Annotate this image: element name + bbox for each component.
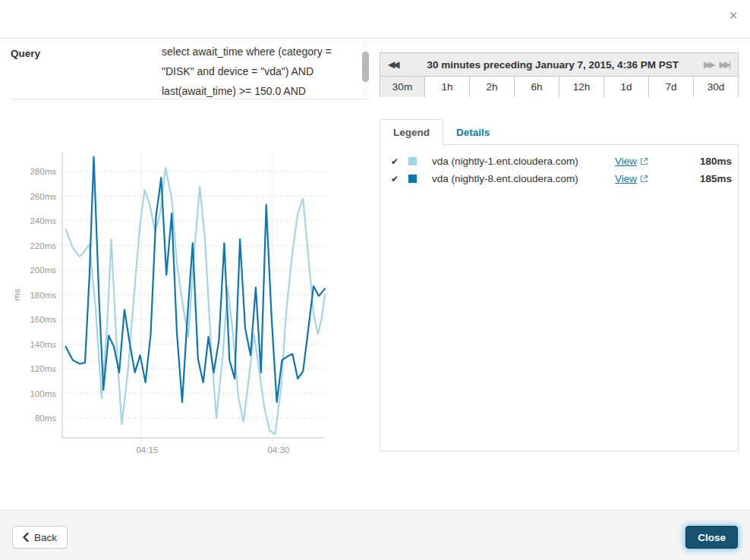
time-range-button-2h[interactable]: 2h [469,77,514,97]
axis-tick-label: ms [12,289,21,301]
back-button[interactable]: Back [12,526,68,549]
legend-details-tabs: Legend Details ✔vda (nightly-1.ent.cloud… [380,117,739,451]
axis-tick-label: 240ms [30,216,56,225]
time-range-button-1h[interactable]: 1h [424,77,469,97]
axis-tick-label: 100ms [30,389,56,398]
external-link-icon [640,175,648,183]
series-color-swatch [408,157,417,165]
series-current-value: 180ms [685,156,732,167]
chart-svg: 80ms100ms120ms140ms160ms180ms200ms220ms2… [8,143,357,465]
axis-tick-label: 180ms [30,291,56,300]
time-range-button-30d[interactable]: 30d [693,77,738,97]
legend-row: ✔vda (nightly-1.ent.cloudera.com)View180… [391,153,732,170]
skip-to-end-icon[interactable]: ▶▶| [717,59,738,70]
legend-rows: ✔vda (nightly-1.ent.cloudera.com)View180… [380,145,738,187]
series-label: vda (nightly-1.ent.cloudera.com) [432,156,615,167]
legend-row: ✔vda (nightly-8.ent.cloudera.com)View185… [391,170,732,187]
time-range-selector: ◀◀ 30 minutes preceding January 7, 2015,… [380,52,739,97]
axis-tick-label: 200ms [30,266,56,275]
time-range-buttons: 30m1h2h6h12h1d7d30d [380,77,738,97]
check-icon[interactable]: ✔ [391,174,408,184]
time-range-button-1d[interactable]: 1d [603,77,648,97]
external-link-icon [640,157,648,165]
view-link[interactable]: View [615,173,637,184]
axis-tick-label: 260ms [30,192,56,201]
close-button[interactable]: Close [685,526,738,549]
axis-tick-label: 04:30 [267,445,289,455]
query-text: select await_time where (category = "DIS… [162,42,358,98]
query-label: Query [11,48,40,59]
time-range-header: ◀◀ 30 minutes preceding January 7, 2015,… [380,53,738,77]
tab-details[interactable]: Details [443,120,503,145]
axis-tick-label: 80ms [35,414,56,423]
query-section: Query select await_time where (category … [11,38,369,99]
axis-tick-label: 160ms [30,315,56,324]
axis-tick-label: 280ms [30,167,56,176]
chart-detail-modal: × Query select await_time where (categor… [0,0,750,560]
query-scrollbar-thumb[interactable] [362,52,369,82]
tab-bar: Legend Details [380,117,739,145]
legend-panel: ✔vda (nightly-1.ent.cloudera.com)View180… [380,144,739,451]
back-button-label: Back [34,532,57,543]
axis-tick-label: 220ms [30,241,56,250]
time-range-button-6h[interactable]: 6h [514,77,559,97]
query-scrollbar [362,41,369,97]
timeseries-chart[interactable]: 80ms100ms120ms140ms160ms180ms200ms220ms2… [8,143,357,465]
chevron-left-icon [23,533,29,542]
axis-tick-label: 140ms [30,340,56,349]
series-current-value: 185ms [685,173,732,184]
tab-legend[interactable]: Legend [380,119,443,146]
time-range-button-7d[interactable]: 7d [648,77,693,97]
time-range-title: 30 minutes preceding January 7, 2015, 4:… [403,59,701,71]
skip-back-icon[interactable]: ◀◀ [380,59,403,70]
time-range-button-30m[interactable]: 30m [380,77,424,97]
footer: Back Close [0,510,750,560]
fast-forward-icon[interactable]: ▶▶ [702,59,717,70]
close-icon[interactable]: × [726,6,741,24]
check-icon[interactable]: ✔ [391,156,408,167]
series-label: vda (nightly-8.ent.cloudera.com) [432,173,615,184]
view-link[interactable]: View [615,156,637,167]
axis-tick-label: 120ms [30,364,56,373]
axis-tick-label: 04:15 [136,445,158,455]
series-color-swatch [408,175,417,183]
time-range-button-12h[interactable]: 12h [559,77,603,97]
